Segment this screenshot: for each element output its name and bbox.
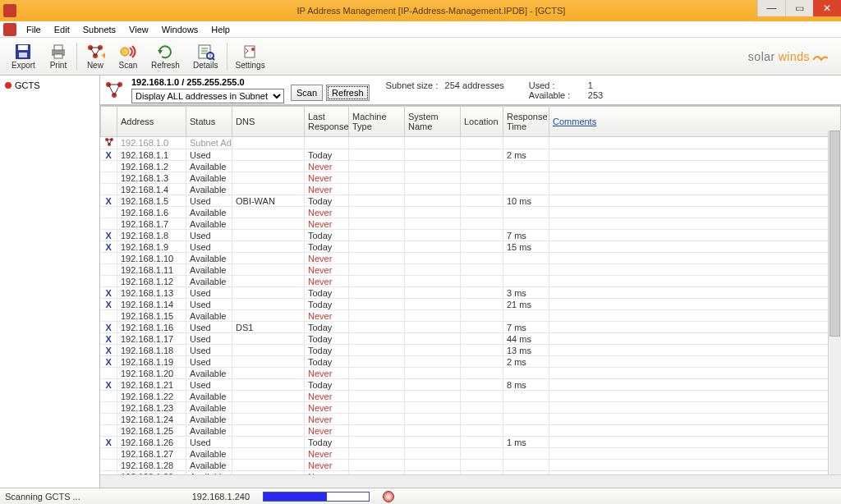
toolbar-scan[interactable]: Scan: [112, 41, 145, 71]
toolbar-export[interactable]: Export: [5, 41, 42, 71]
close-button[interactable]: ✕: [813, 0, 841, 16]
refresh-button[interactable]: Refresh: [326, 85, 370, 101]
maximize-button[interactable]: ▭: [785, 0, 813, 16]
table-row[interactable]: 192.168.1.24AvailableNever: [101, 414, 841, 425]
table-row[interactable]: X192.168.1.19UsedToday2 ms: [101, 356, 841, 368]
cell-dns: [232, 333, 305, 345]
cell-comments: [549, 253, 841, 264]
cell-address: 192.168.1.18: [117, 345, 186, 356]
cell-machine-type: [349, 172, 405, 184]
toolbar-print[interactable]: Print: [42, 41, 75, 71]
col-flag[interactable]: [101, 107, 117, 137]
col-system-name[interactable]: System Name: [405, 107, 461, 137]
cell-system-name: [405, 414, 461, 425]
toolbar-new[interactable]: ✦ New: [79, 41, 112, 71]
cell-status: Used: [186, 241, 232, 253]
cell-dns: [232, 253, 305, 264]
table-row[interactable]: X192.168.1.8UsedToday7 ms: [101, 230, 841, 241]
svg-rect-2: [19, 53, 27, 57]
tree-root[interactable]: GCTS: [2, 79, 98, 92]
cell-comments: [549, 414, 841, 425]
table-row[interactable]: 192.168.1.0Subnet Address: [101, 137, 841, 149]
table-row[interactable]: 192.168.1.22AvailableNever: [101, 391, 841, 402]
table-row[interactable]: 192.168.1.27AvailableNever: [101, 448, 841, 460]
address-filter-select[interactable]: Display ALL addresses in Subnet: [131, 89, 284, 103]
col-machine-type[interactable]: Machine Type: [349, 107, 405, 137]
cell-response-time: [503, 207, 549, 218]
cell-response-time: 44 ms: [503, 333, 549, 345]
cell-system-name: [405, 218, 461, 230]
table-row[interactable]: 192.168.1.7AvailableNever: [101, 218, 841, 230]
menu-windows[interactable]: Windows: [155, 23, 205, 36]
table-row[interactable]: 192.168.1.4AvailableNever: [101, 184, 841, 195]
cell-response-time: [503, 460, 549, 471]
toolbar-print-label: Print: [50, 61, 67, 70]
cell-comments: [549, 425, 841, 437]
address-grid[interactable]: Address Status DNS Last Response Machine…: [100, 105, 841, 474]
brand-text-b: winds: [779, 50, 810, 63]
cell-response-time: 3 ms: [503, 287, 549, 299]
cell-location: [461, 276, 503, 287]
table-row[interactable]: 192.168.1.25AvailableNever: [101, 425, 841, 437]
scan-button[interactable]: Scan: [291, 85, 323, 101]
table-row[interactable]: X192.168.1.17UsedToday44 ms: [101, 333, 841, 345]
cell-last-response: Today: [305, 333, 349, 345]
cell-response-time: [503, 391, 549, 402]
cell-location: [461, 310, 503, 322]
toolbar-settings[interactable]: Settings: [229, 41, 272, 71]
menu-view[interactable]: View: [122, 23, 155, 36]
menu-edit[interactable]: Edit: [48, 23, 76, 36]
table-row[interactable]: X192.168.1.14UsedToday21 ms: [101, 299, 841, 310]
scrollbar-thumb[interactable]: [830, 131, 840, 337]
col-last-response[interactable]: Last Response: [305, 107, 349, 137]
cell-status: Available: [186, 218, 232, 230]
cell-system-name: [405, 368, 461, 379]
table-row[interactable]: X192.168.1.5UsedOBI-WANToday10 ms: [101, 195, 841, 207]
table-row[interactable]: X192.168.1.18UsedToday13 ms: [101, 345, 841, 356]
table-row[interactable]: 192.168.1.28AvailableNever: [101, 460, 841, 471]
col-location[interactable]: Location: [461, 107, 503, 137]
col-address[interactable]: Address: [117, 107, 186, 137]
minimize-button[interactable]: —: [757, 0, 785, 16]
cell-system-name: [405, 230, 461, 241]
table-row[interactable]: X192.168.1.26UsedToday1 ms: [101, 437, 841, 448]
col-comments[interactable]: Comments: [549, 107, 841, 137]
table-row[interactable]: 192.168.1.3AvailableNever: [101, 172, 841, 184]
table-row[interactable]: X192.168.1.13UsedToday3 ms: [101, 287, 841, 299]
cell-last-response: Today: [305, 322, 349, 333]
col-status[interactable]: Status: [186, 107, 232, 137]
cell-comments: [549, 345, 841, 356]
brand-text-a: solar: [748, 50, 775, 63]
table-row[interactable]: 192.168.1.11AvailableNever: [101, 264, 841, 276]
col-response-time[interactable]: Response Time: [503, 107, 549, 137]
table-row[interactable]: 192.168.1.6AvailableNever: [101, 207, 841, 218]
toolbar-details[interactable]: Details: [186, 41, 225, 71]
table-row[interactable]: X192.168.1.1UsedToday2 ms: [101, 149, 841, 161]
table-row[interactable]: X192.168.1.16UsedDS1Today7 ms: [101, 322, 841, 333]
cell-machine-type: [349, 184, 405, 195]
tree-pane[interactable]: GCTS: [0, 76, 100, 488]
cell-system-name: [405, 356, 461, 368]
cell-system-name: [405, 460, 461, 471]
menu-subnets[interactable]: Subnets: [76, 23, 122, 36]
toolbar-refresh[interactable]: Refresh: [145, 41, 186, 71]
table-row[interactable]: 192.168.1.2AvailableNever: [101, 161, 841, 172]
table-row[interactable]: 192.168.1.12AvailableNever: [101, 276, 841, 287]
table-row[interactable]: X192.168.1.9UsedToday15 ms: [101, 241, 841, 253]
horizontal-scrollbar[interactable]: [100, 474, 841, 488]
vertical-scrollbar[interactable]: [828, 131, 841, 474]
table-row[interactable]: X192.168.1.21UsedToday8 ms: [101, 379, 841, 391]
cell-last-response: Today: [305, 149, 349, 161]
cell-dns: [232, 379, 305, 391]
table-row[interactable]: 192.168.1.10AvailableNever: [101, 253, 841, 264]
table-row[interactable]: 192.168.1.20AvailableNever: [101, 368, 841, 379]
table-row[interactable]: 192.168.1.23AvailableNever: [101, 402, 841, 414]
cell-dns: [232, 310, 305, 322]
col-dns[interactable]: DNS: [232, 107, 305, 137]
table-row[interactable]: 192.168.1.15AvailableNever: [101, 310, 841, 322]
cell-comments: [549, 218, 841, 230]
cell-status: Subnet Address: [186, 137, 232, 149]
menu-file[interactable]: File: [20, 23, 48, 36]
cell-location: [461, 345, 503, 356]
menu-help[interactable]: Help: [205, 23, 237, 36]
